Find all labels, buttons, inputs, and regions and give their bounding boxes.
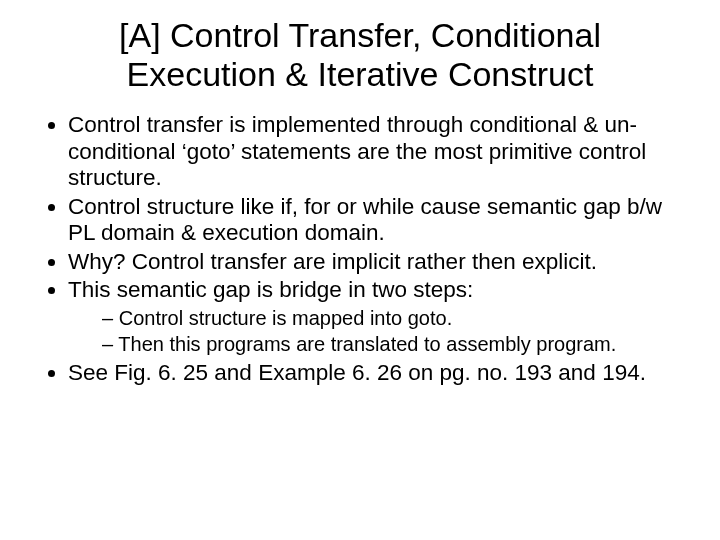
bullet-item: Why? Control transfer are implicit rathe… <box>68 249 690 276</box>
bullet-list: Control transfer is implemented through … <box>40 112 690 386</box>
bullet-item: This semantic gap is bridge in two steps… <box>68 277 690 356</box>
sub-bullet-list: Control structure is mapped into goto. T… <box>74 306 690 356</box>
bullet-text: This semantic gap is bridge in two steps… <box>68 277 473 302</box>
slide: [A] Control Transfer, Conditional Execut… <box>0 0 720 540</box>
slide-title: [A] Control Transfer, Conditional Execut… <box>70 16 650 94</box>
bullet-item: Control structure like if, for or while … <box>68 194 690 247</box>
sub-bullet-item: Then this programs are translated to ass… <box>102 332 690 356</box>
bullet-item: Control transfer is implemented through … <box>68 112 690 192</box>
bullet-item: See Fig. 6. 25 and Example 6. 26 on pg. … <box>68 360 690 387</box>
sub-bullet-item: Control structure is mapped into goto. <box>102 306 690 330</box>
